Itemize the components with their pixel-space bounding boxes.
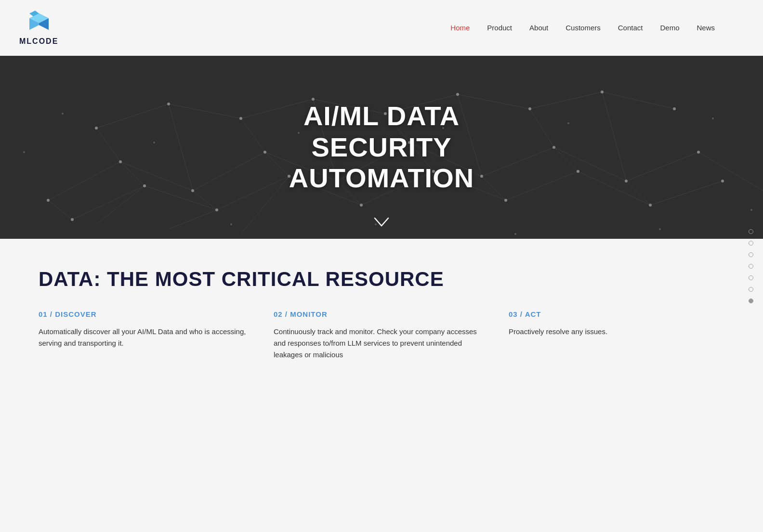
svg-point-69 (456, 93, 459, 96)
feature-1-number: 01 / DISCOVER (39, 310, 254, 318)
features-grid: 01 / DISCOVER Automatically discover all… (39, 310, 724, 361)
slide-dot-2[interactable] (749, 241, 753, 246)
nav-about[interactable]: About (529, 24, 548, 32)
logo-text: MLCODE (19, 37, 58, 46)
logo[interactable]: MLCODE (19, 10, 58, 46)
nav-home[interactable]: Home (450, 24, 470, 32)
svg-point-56 (143, 184, 146, 187)
slide-dot-6[interactable] (749, 287, 753, 292)
svg-point-71 (504, 199, 507, 202)
svg-point-58 (191, 189, 194, 192)
site-header: MLCODE Home Product About Customers Cont… (0, 0, 763, 56)
svg-point-90 (659, 228, 661, 230)
feature-2-number: 02 / MONITOR (274, 310, 489, 318)
feature-monitor: 02 / MONITOR Continuously track and moni… (274, 310, 489, 361)
svg-point-83 (153, 142, 155, 143)
slide-indicators (749, 229, 753, 303)
svg-point-79 (697, 151, 700, 154)
svg-point-52 (47, 199, 50, 202)
svg-point-61 (263, 151, 266, 154)
logo-icon (25, 10, 53, 36)
main-content: DATA: THE MOST CRITICAL RESOURCE 01 / DI… (0, 239, 763, 380)
svg-point-74 (577, 170, 579, 173)
svg-point-72 (528, 107, 531, 110)
svg-point-82 (62, 113, 64, 115)
svg-point-65 (360, 204, 363, 207)
svg-point-63 (312, 98, 315, 101)
svg-point-53 (71, 218, 74, 221)
feature-1-body: Automatically discover all your AI/ML Da… (39, 326, 254, 349)
svg-point-91 (712, 117, 714, 119)
hero-section: AI/ML DATA SECURITY AUTOMATION (0, 56, 763, 239)
svg-point-60 (239, 117, 242, 120)
feature-3-number: 03 / ACT (509, 310, 724, 318)
svg-point-92 (750, 209, 752, 211)
svg-point-76 (625, 180, 628, 182)
slide-dot-3[interactable] (749, 252, 753, 257)
svg-point-78 (673, 107, 676, 110)
svg-point-77 (649, 204, 652, 207)
nav-customers[interactable]: Customers (566, 24, 601, 32)
feature-discover: 01 / DISCOVER Automatically discover all… (39, 310, 254, 361)
feature-act: 03 / ACT Proactively resolve any issues. (509, 310, 724, 361)
feature-3-body: Proactively resolve any issues. (509, 326, 724, 337)
svg-point-81 (23, 151, 25, 153)
main-nav: Home Product About Customers Contact Dem… (450, 24, 715, 32)
svg-point-84 (230, 223, 232, 225)
svg-point-57 (167, 103, 170, 105)
slide-dot-1[interactable] (749, 229, 753, 234)
svg-point-88 (514, 233, 516, 235)
feature-2-body: Continuously track and monitor. Check yo… (274, 326, 489, 361)
nav-news[interactable]: News (697, 24, 715, 32)
slide-dot-7[interactable] (749, 298, 753, 303)
svg-point-75 (601, 91, 604, 93)
svg-point-59 (215, 208, 218, 211)
slide-dot-5[interactable] (749, 275, 753, 280)
nav-product[interactable]: Product (487, 24, 512, 32)
svg-point-80 (721, 180, 724, 182)
svg-point-70 (480, 175, 483, 178)
hero-content: AI/ML DATA SECURITY AUTOMATION (289, 101, 474, 194)
nav-demo[interactable]: Demo (660, 24, 679, 32)
nav-contact[interactable]: Contact (618, 24, 643, 32)
svg-point-55 (119, 160, 122, 163)
hero-title: AI/ML DATA SECURITY AUTOMATION (289, 101, 474, 194)
section-title: DATA: THE MOST CRITICAL RESOURCE (39, 268, 724, 291)
slide-dot-4[interactable] (749, 264, 753, 269)
svg-point-89 (567, 122, 569, 124)
svg-point-54 (95, 127, 98, 130)
svg-point-73 (553, 146, 555, 149)
scroll-down-chevron[interactable] (374, 215, 389, 230)
